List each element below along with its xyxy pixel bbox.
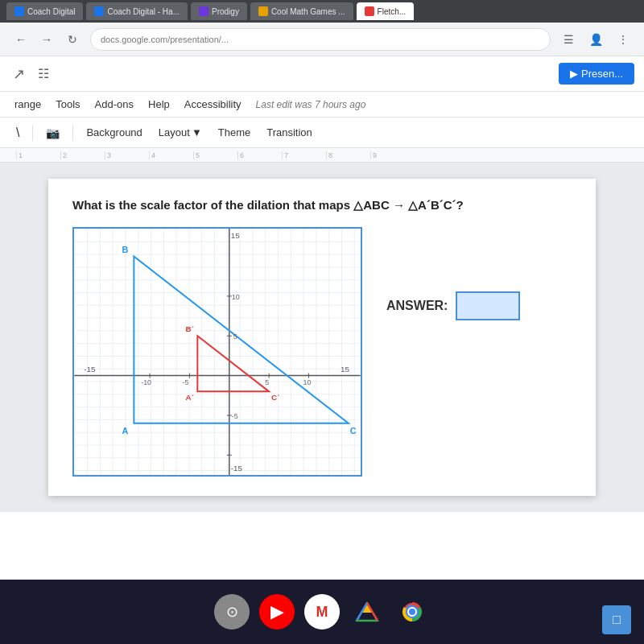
tab-prodigy[interactable]: Prodigy <box>191 2 247 20</box>
tab-coolmath[interactable]: Cool Math Games ... <box>250 2 353 20</box>
slides-topbar-left: ↗ ☷ <box>10 62 552 86</box>
theme-button[interactable]: Theme <box>212 123 257 142</box>
forward-button[interactable]: → <box>35 28 58 51</box>
answer-section: ANSWER: <box>386 291 520 320</box>
ruler-mark-4: 4 <box>149 151 193 159</box>
trends-icon-button[interactable]: ↗ <box>10 62 28 86</box>
graph-container: 15 -15 15 -15 <box>72 227 362 477</box>
ruler-mark-3: 3 <box>105 151 149 159</box>
browser-chrome: ← → ↻ docs.google.com/presentation/... ☰… <box>0 23 644 56</box>
slide-content: 15 -15 15 -15 <box>72 227 572 477</box>
ruler: 1 2 3 4 5 6 7 8 9 <box>0 148 644 163</box>
label-A-prime: A´ <box>186 393 194 402</box>
browser-controls: ← → ↻ <box>10 28 84 51</box>
more-button[interactable]: ⋮ <box>612 28 634 51</box>
tab-active[interactable]: Fletch... <box>357 2 415 20</box>
taskbar-gmail-icon[interactable]: M <box>304 594 340 630</box>
cursor-tool[interactable]: \ <box>10 122 26 143</box>
label-B: B <box>122 245 129 254</box>
address-bar[interactable]: docs.google.com/presentation/... <box>90 28 551 51</box>
taskbar: ⊙ ▶ M □ <box>0 580 644 644</box>
tab-coach-digital-ha[interactable]: Coach Digital - Ha... <box>86 2 187 20</box>
profile-button[interactable]: 👤 <box>584 28 607 51</box>
coordinate-graph: 15 -15 15 -15 <box>74 229 361 475</box>
answer-row: ANSWER: <box>386 291 520 320</box>
x-label-neg5: -5 <box>183 378 189 386</box>
tab-favicon <box>94 6 104 16</box>
label-C-prime: C´ <box>271 393 279 402</box>
menu-bar: range Tools Add-ons Help Accessibility L… <box>0 92 644 118</box>
browser-actions: ☰ 👤 ⋮ <box>557 28 634 51</box>
chromebook-symbol: ⊙ <box>226 603 238 621</box>
menu-tools[interactable]: Tools <box>49 95 86 114</box>
ruler-mark-9: 9 <box>370 151 415 159</box>
taskbar-youtube-icon[interactable]: ▶ <box>259 594 295 630</box>
ruler-mark-5: 5 <box>193 151 237 159</box>
ruler-marks: 1 2 3 4 5 6 7 8 9 <box>16 151 415 159</box>
y-label-neg5: -5 <box>232 412 238 420</box>
present-button[interactable]: ▶ Presen... <box>559 63 634 85</box>
ruler-mark-1: 1 <box>16 151 60 159</box>
slides-app: ↗ ☷ ▶ Presen... range Tools Add-ons Help… <box>0 56 644 580</box>
y-axis-min: -15 <box>231 464 243 473</box>
x-axis-max: 15 <box>341 365 349 374</box>
y-label-10: 10 <box>232 293 240 301</box>
ruler-mark-6: 6 <box>237 151 282 159</box>
toolbar-divider-1 <box>32 125 33 141</box>
reload-button[interactable]: ↻ <box>61 28 84 51</box>
browser-tab-bar: Coach Digital Coach Digital - Ha... Prod… <box>0 0 644 23</box>
slides-topbar: ↗ ☷ ▶ Presen... <box>0 56 644 92</box>
comments-button[interactable]: ☷ <box>35 63 52 85</box>
answer-input[interactable] <box>456 291 520 320</box>
present-icon: ▶ <box>570 68 578 80</box>
taskbar-corner: □ <box>602 605 631 634</box>
x-label-5: 5 <box>265 378 269 386</box>
label-A: A <box>122 426 129 436</box>
menu-addons[interactable]: Add-ons <box>89 95 140 114</box>
y-axis-max: 15 <box>231 231 240 240</box>
transition-button[interactable]: Transition <box>260 123 319 142</box>
slide-area: What is the scale factor of the dilation… <box>0 163 644 512</box>
label-C: C <box>350 426 357 436</box>
tab-coach-digital[interactable]: Coach Digital <box>6 2 83 20</box>
image-tool[interactable]: 📷 <box>39 123 66 142</box>
tab-favicon <box>365 6 374 16</box>
layout-button[interactable]: Layout ▼ <box>152 123 208 142</box>
last-edit-text: Last edit was 7 hours ago <box>256 99 366 110</box>
x-label-10: 10 <box>303 378 312 386</box>
taskbar-chrome-icon[interactable] <box>394 594 430 630</box>
back-button[interactable]: ← <box>10 28 32 51</box>
toolbar-divider-2 <box>72 125 73 141</box>
toolbar: \ 📷 Background Layout ▼ Theme Transition <box>0 118 644 148</box>
extensions-button[interactable]: ☰ <box>557 28 580 51</box>
x-label-neg10: -10 <box>141 378 151 386</box>
menu-range[interactable]: range <box>8 95 47 114</box>
svg-point-7 <box>409 609 415 615</box>
tab-favicon <box>199 6 208 16</box>
ruler-mark-7: 7 <box>282 151 326 159</box>
answer-label: ANSWER: <box>386 299 448 313</box>
slide: What is the scale factor of the dilation… <box>48 179 596 496</box>
taskbar-corner-button[interactable]: □ <box>602 605 631 634</box>
taskbar-drive-icon[interactable] <box>349 594 385 630</box>
chrome-svg <box>398 597 427 626</box>
slide-question: What is the scale factor of the dilation… <box>72 198 572 213</box>
label-B-prime: B´ <box>186 324 194 333</box>
x-axis-min: -15 <box>84 365 96 374</box>
taskbar-chromebook-icon[interactable]: ⊙ <box>214 594 250 630</box>
menu-accessibility[interactable]: Accessibility <box>178 95 248 114</box>
background-button[interactable]: Background <box>80 123 148 142</box>
y-label-5: 5 <box>233 332 237 341</box>
tab-favicon <box>258 6 268 16</box>
drive-svg <box>355 601 379 622</box>
gmail-symbol: M <box>316 604 328 621</box>
tab-favicon <box>14 6 24 16</box>
layout-chevron-icon: ▼ <box>192 126 202 138</box>
ruler-mark-2: 2 <box>60 151 105 159</box>
youtube-symbol: ▶ <box>270 601 284 622</box>
menu-help[interactable]: Help <box>142 95 176 114</box>
ruler-mark-8: 8 <box>326 151 370 159</box>
